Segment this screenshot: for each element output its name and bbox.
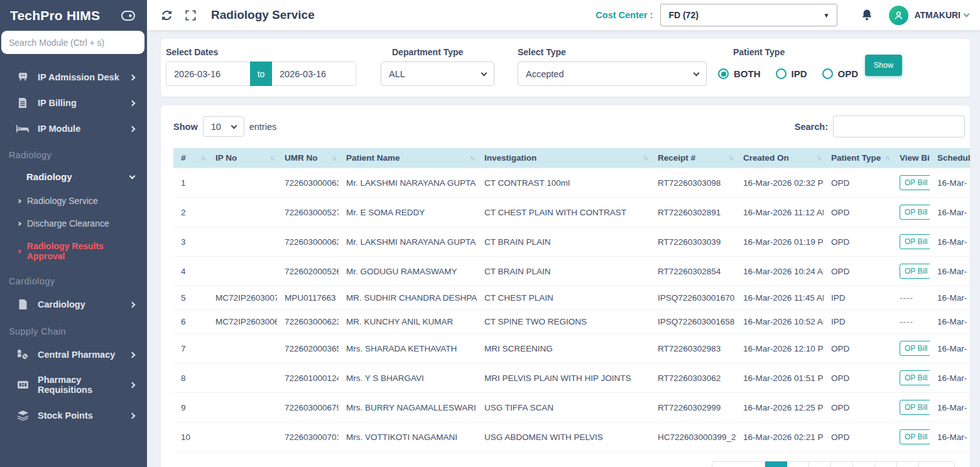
chevron-right-icon	[17, 222, 21, 226]
sidebar-toggle-icon[interactable]	[121, 10, 136, 21]
pagination-page-3[interactable]: 3	[809, 461, 831, 467]
show-button[interactable]: Show	[865, 55, 902, 76]
patient-type-radio-both[interactable]: BOTH	[718, 68, 761, 79]
column-header-investigation[interactable]: Investigation↑↓	[477, 148, 650, 168]
op-bill-button[interactable]: OP Bill	[900, 341, 930, 356]
cell-patient-name: Mr. LAKSHMI NARAYANA GUPTA	[339, 168, 477, 198]
cell-ip-no: MC72IP26030070	[208, 286, 277, 310]
cell-patient-type: IPD	[824, 310, 892, 334]
sidebar-item-ip-billing[interactable]: IP Billing	[0, 90, 147, 116]
pagination-next-button[interactable]: Next	[919, 461, 955, 467]
sort-arrows-icon[interactable]: ↑↓	[201, 154, 205, 161]
sidebar-subitem-radiology-results-approval[interactable]: Radiology Results Approval	[0, 235, 147, 267]
sort-arrows-icon[interactable]: ↑↓	[729, 154, 733, 161]
cell-created-on: 16-Mar-2026 11:12 AM	[736, 198, 824, 227]
sort-arrows-icon[interactable]: ↑↓	[885, 154, 890, 161]
op-bill-button[interactable]: OP Bill	[900, 264, 930, 279]
patient-type-radio-opd[interactable]: OPD	[822, 68, 859, 79]
page-body: Select Dates 2026-03-16 to 2026-03-16 De…	[147, 30, 980, 467]
cell-num: 3	[173, 227, 208, 257]
user-name[interactable]: ATMAKURI	[914, 10, 961, 20]
cell-ip-no	[208, 393, 277, 422]
date-to-input[interactable]: 2026-03-16	[272, 62, 356, 86]
op-bill-button[interactable]: OP Bill	[900, 370, 930, 385]
department-type-select[interactable]: ALL	[381, 62, 494, 86]
column-label: Schedul	[937, 153, 970, 163]
op-bill-button[interactable]: OP Bill	[900, 429, 930, 444]
cell-view-bill: ----	[892, 310, 930, 334]
cell-patient-type: OPD	[824, 334, 892, 363]
date-from-input[interactable]: 2026-03-16	[166, 62, 250, 86]
radio-circle-icon	[822, 68, 833, 79]
admission-desk-icon	[16, 72, 29, 82]
cell-receipt: HC722603000399_21	[650, 422, 736, 452]
column-header-patient-type[interactable]: Patient Type↑↓	[824, 148, 892, 168]
sort-arrows-icon[interactable]: ↑↓	[470, 154, 474, 161]
cell-patient-name: MR. SUDHIR CHANDRA DESHPANDE	[339, 286, 477, 310]
column-header-schedul: Schedul	[930, 148, 970, 168]
cell-patient-type: IPD	[824, 286, 892, 310]
table-row: 3722603000063Mr. LAKSHMI NARAYANA GUPTAC…	[173, 227, 970, 257]
cell-patient-type: OPD	[824, 393, 892, 422]
op-bill-button[interactable]: OP Bill	[900, 400, 930, 415]
cell-investigation: CT CHEST PLAIN	[477, 286, 650, 310]
table-search-input[interactable]	[833, 115, 965, 137]
cell-created-on: 16-Mar-2026 01:19 PM	[736, 227, 824, 257]
sort-arrows-icon[interactable]: ↑↓	[817, 154, 821, 161]
cell-view-bill: OP Bill	[892, 422, 930, 452]
sidebar-item-ip-admission-desk[interactable]: IP Admission Desk	[0, 64, 147, 90]
pagination-page-5[interactable]: 5	[853, 461, 875, 467]
op-bill-button[interactable]: OP Bill	[900, 234, 930, 249]
sidebar-item-stock-points[interactable]: Stock Points	[0, 402, 147, 428]
column-label: IP No	[215, 153, 237, 163]
user-avatar[interactable]	[889, 6, 908, 25]
sidebar-subitem-discharge-clearance[interactable]: Discharge Clearance	[0, 212, 147, 235]
column-header-receipt[interactable]: Receipt #↑↓	[650, 148, 736, 168]
radio-label: OPD	[838, 68, 859, 79]
cell-view-bill: OP Bill	[892, 334, 930, 363]
sidebar-item-label: Central Pharmacy	[38, 350, 121, 360]
cell-receipt: RT72260302999	[650, 393, 736, 422]
sort-arrows-icon[interactable]: ↑↓	[332, 154, 336, 161]
sidebar-parent-radiology[interactable]: Radiology	[0, 165, 147, 190]
pagination-page-4[interactable]: 4	[831, 461, 853, 467]
cell-patient-name: Mr. LAKSHMI NARAYANA GUPTA	[339, 227, 477, 257]
cell-receipt: RT72260302891	[650, 198, 736, 227]
pagination-page-1[interactable]: 1	[765, 461, 787, 467]
module-search-input[interactable]	[1, 31, 144, 54]
department-type-value: ALL	[389, 69, 477, 79]
cell-patient-type: OPD	[824, 257, 892, 286]
column-header-[interactable]: #↑↓	[173, 148, 208, 168]
cost-center-select[interactable]: FD (72) ▼	[660, 4, 837, 26]
sort-arrows-icon[interactable]: ↑↓	[643, 154, 648, 161]
sidebar-item-ip-module[interactable]: IP Module	[0, 116, 147, 141]
cell-num: 5	[173, 286, 208, 310]
column-header-created-on[interactable]: Created On↑↓	[736, 148, 824, 168]
column-header-umr-no[interactable]: UMR No↑↓	[277, 148, 339, 168]
sidebar-item-central-pharmacy[interactable]: Central Pharmacy	[0, 341, 147, 367]
patient-type-radio-ipd[interactable]: IPD	[776, 68, 807, 79]
op-bill-button[interactable]: OP Bill	[900, 175, 930, 190]
cell-view-bill: OP Bill	[892, 363, 930, 393]
column-header-ip-no[interactable]: IP No↑↓	[208, 148, 277, 168]
sidebar-item-cardiology[interactable]: Cardiology	[0, 291, 147, 318]
pagination-previous-button[interactable]: Previous	[712, 461, 765, 467]
sidebar-subitem-radiology-service[interactable]: Radiology Service	[0, 190, 147, 212]
refresh-icon[interactable]	[161, 9, 173, 21]
sort-arrows-icon[interactable]: ↑↓	[270, 154, 275, 161]
topbar: Radiology Service Cost Center : FD (72) …	[147, 0, 980, 30]
op-bill-button[interactable]: OP Bill	[900, 205, 930, 220]
chevron-right-icon	[129, 382, 136, 389]
select-type-select[interactable]: Accepted	[518, 62, 707, 86]
fullscreen-icon[interactable]	[185, 10, 196, 21]
pagination-page-6[interactable]: 6	[875, 461, 897, 467]
column-header-patient-name[interactable]: Patient Name↑↓	[339, 148, 477, 168]
sidebar-item-pharmacy-requisitions[interactable]: Pharmacy Requisitions	[0, 367, 147, 402]
user-menu-chevron-icon[interactable]	[964, 11, 970, 18]
cell-created-on: 16-Mar-2026 01:51 PM	[736, 363, 824, 393]
notifications-bell-icon[interactable]	[861, 9, 873, 21]
pagination-page-7[interactable]: 7	[897, 461, 919, 467]
pagination-page-2[interactable]: 2	[787, 461, 809, 467]
page-size-select[interactable]: 10	[203, 116, 244, 137]
cell-receipt: IPSQ722603001658	[650, 310, 736, 334]
